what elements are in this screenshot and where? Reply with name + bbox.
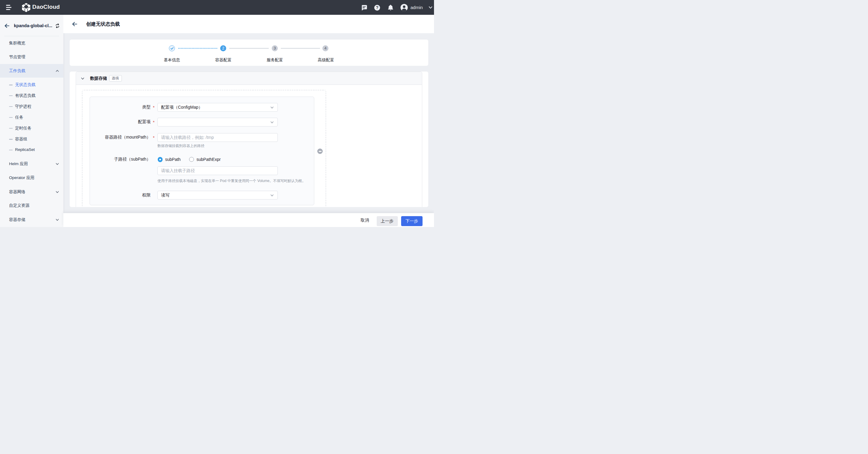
svg-text:?: ?: [376, 5, 378, 10]
